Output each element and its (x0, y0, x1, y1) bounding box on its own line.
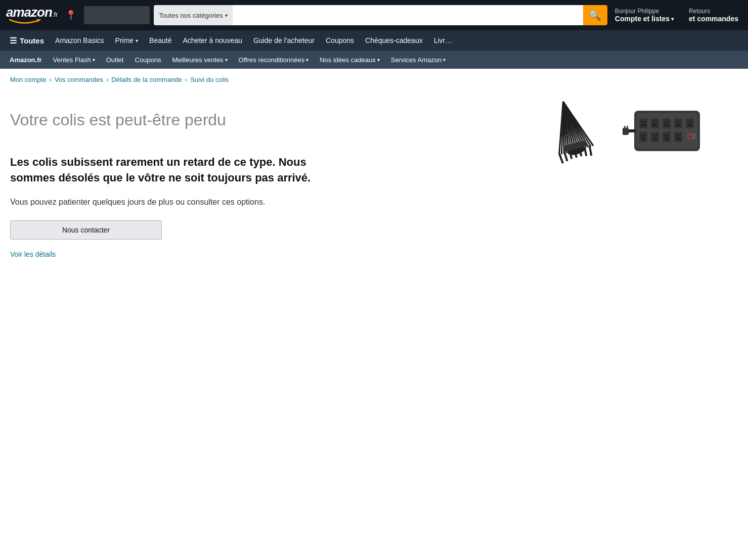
svg-point-35 (664, 121, 666, 123)
nav-item-toutes[interactable]: ☰ Toutes (4, 30, 50, 51)
nav-item-acheter[interactable]: Acheter à nouveau (177, 30, 248, 51)
search-input[interactable] (233, 5, 583, 25)
nav-item-livr[interactable]: Livr… (428, 30, 458, 51)
svg-rect-65 (624, 126, 626, 129)
offres-recond-chevron-icon: ▾ (306, 57, 309, 63)
svg-rect-53 (653, 137, 657, 140)
svg-rect-38 (674, 118, 682, 128)
subnav-item-services-amazon[interactable]: Services Amazon ▾ (385, 51, 451, 69)
breadcrumb-vos-commandes[interactable]: Vos commandes (55, 76, 103, 83)
search-category-selector[interactable]: Toutes nos catégories ▾ (154, 5, 232, 25)
svg-rect-42 (686, 118, 694, 128)
svg-rect-30 (651, 118, 659, 128)
chevron-down-icon: ▾ (225, 13, 228, 18)
svg-point-59 (676, 134, 678, 136)
product-images (531, 80, 708, 171)
returns-menu[interactable]: Retours et commandes (685, 5, 742, 25)
nav-item-coupons[interactable]: Coupons (320, 30, 360, 51)
svg-rect-41 (676, 124, 680, 126)
subnav-item-amazon-fr[interactable]: Amazon.fr (4, 51, 48, 69)
nav-item-guide[interactable]: Guide de l'acheteur (248, 30, 320, 51)
subnav-item-offres-recond[interactable]: Offres reconditionnées ▾ (233, 51, 315, 69)
meilleures-ventes-chevron-icon: ▾ (225, 57, 228, 63)
svg-point-48 (644, 134, 646, 136)
subnav-item-meilleures-ventes[interactable]: Meilleures ventes ▾ (166, 51, 233, 69)
bold-message: Les colis subissent rarement un retard d… (10, 155, 314, 186)
svg-rect-57 (665, 137, 669, 140)
top-header: amazon .fr 📍 Toutes nos catégories ▾ 🔍 B… (0, 0, 748, 30)
subnav-item-coupons[interactable]: Coupons (129, 51, 166, 69)
svg-rect-46 (639, 132, 647, 142)
svg-point-51 (652, 134, 654, 136)
svg-rect-54 (663, 132, 671, 142)
hamburger-icon: ☰ (10, 36, 17, 45)
breadcrumb-mon-compte[interactable]: Mon compte (10, 76, 47, 83)
breadcrumb-details-commande[interactable]: Détails de la commande (111, 76, 182, 83)
package-title: Votre colis est peut-être perdu (10, 111, 314, 129)
location-pin-icon: 📍 (65, 10, 76, 21)
svg-rect-37 (665, 124, 669, 126)
search-bar: Toutes nos catégories ▾ 🔍 (154, 5, 607, 25)
search-icon: 🔍 (589, 9, 601, 21)
svg-point-36 (667, 121, 669, 123)
account-greeting: Bonjour Philippe (615, 8, 674, 15)
svg-point-44 (690, 121, 692, 123)
svg-rect-18 (563, 152, 568, 161)
svg-point-39 (676, 121, 678, 123)
subnav-item-outlet[interactable]: Outlet (101, 51, 129, 69)
svg-point-43 (687, 121, 689, 123)
svg-rect-34 (663, 118, 671, 128)
breadcrumb-sep-1: › (50, 76, 52, 83)
svg-rect-64 (623, 128, 629, 135)
account-label: Compte et listes ▾ (615, 15, 674, 23)
svg-point-32 (655, 121, 657, 123)
nav-item-prime[interactable]: Prime ▾ (110, 30, 144, 51)
product-image-cable-ties (531, 85, 611, 176)
svg-rect-33 (653, 124, 657, 126)
logo-domain: .fr (52, 11, 58, 18)
prime-chevron-icon: ▾ (136, 38, 138, 43)
nav-item-amazon-basics[interactable]: Amazon Basics (50, 30, 109, 51)
svg-rect-66 (627, 126, 628, 129)
svg-point-60 (679, 134, 681, 136)
search-button[interactable]: 🔍 (583, 5, 607, 25)
svg-point-40 (679, 121, 681, 123)
svg-point-55 (664, 134, 666, 136)
svg-rect-17 (558, 154, 564, 164)
svg-point-56 (667, 134, 669, 136)
logo-smile-icon (6, 18, 42, 26)
amazon-logo[interactable]: amazon .fr (6, 5, 58, 26)
sub-message: Vous pouvez patienter quelques jours de … (10, 196, 314, 208)
location-selector[interactable]: 📍 (62, 7, 80, 23)
power-strip-svg (622, 80, 708, 171)
svg-rect-23 (589, 146, 592, 156)
svg-rect-61 (676, 137, 680, 140)
svg-rect-22 (584, 147, 588, 156)
services-amazon-chevron-icon: ▾ (443, 57, 446, 63)
breadcrumb-suivi-colis[interactable]: Suivi du colis (190, 76, 229, 83)
location-input[interactable] (84, 6, 150, 24)
contact-button[interactable]: Nous contacter (10, 220, 162, 240)
svg-point-52 (655, 134, 657, 136)
svg-rect-45 (688, 124, 692, 126)
nav-item-beaute[interactable]: Beauté (144, 30, 177, 51)
account-menu[interactable]: Bonjour Philippe Compte et listes ▾ (611, 5, 677, 25)
breadcrumb-sep-3: › (185, 76, 187, 83)
account-chevron-icon: ▾ (671, 16, 674, 22)
returns-line2: et commandes (689, 15, 738, 23)
idees-cadeaux-chevron-icon: ▾ (377, 57, 380, 63)
subnav-item-ventes-flash[interactable]: Ventes Flash ▾ (48, 51, 101, 69)
header-right: Bonjour Philippe Compte et listes ▾ Reto… (611, 5, 742, 25)
svg-point-27 (641, 121, 643, 123)
subnav-item-idees-cadeaux[interactable]: Nos idées cadeaux ▾ (314, 51, 385, 69)
main-content: Votre colis est peut-être perdu Les coli… (0, 90, 748, 279)
returns-line1: Retours (689, 8, 738, 15)
details-link[interactable]: Voir les détails (10, 250, 56, 258)
svg-rect-29 (641, 124, 645, 126)
svg-point-47 (641, 134, 643, 136)
svg-point-63 (689, 135, 692, 138)
main-nav: ☰ Toutes Amazon Basics Prime ▾ Beauté Ac… (0, 30, 748, 51)
product-image-power-strip (622, 80, 708, 171)
nav-item-cheques[interactable]: Chèques-cadeaux (360, 30, 428, 51)
svg-rect-49 (641, 137, 645, 140)
